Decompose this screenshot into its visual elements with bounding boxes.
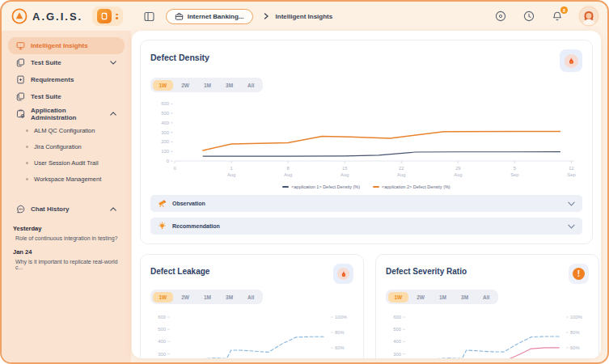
range-tab-2w[interactable]: 2W: [410, 292, 431, 303]
svg-text:200: 200: [161, 139, 169, 144]
range-tab-1m[interactable]: 1M: [433, 292, 453, 303]
svg-text:8: 8: [287, 166, 290, 171]
sidebar-subitem-label: Jira Configuration: [34, 143, 82, 150]
chart-line-series-1: [407, 336, 559, 358]
bullet-icon: [26, 129, 28, 132]
defect-density-card: Defect Density 1W2W1M3MAll 0100200300400…: [140, 40, 593, 244]
chat-date: Jan 24: [13, 248, 120, 256]
defect-leakage-chart: 10020030040050060020%40%60%80%100%: [150, 308, 353, 358]
sidebar-item-chat-history[interactable]: Chat History: [8, 201, 125, 218]
card-title: Defect Density: [150, 49, 209, 62]
range-tab-1m[interactable]: 1M: [197, 80, 218, 91]
range-tab-1w[interactable]: 1W: [153, 80, 174, 91]
chart-line-series-2: [407, 348, 559, 358]
workspace-switcher[interactable]: [92, 6, 123, 26]
chat-history-group: Yesterday Role of continuous integration…: [2, 225, 131, 270]
chart-legend: <application 1> Defect Density (%)<appli…: [150, 184, 582, 189]
bullet-icon: [26, 146, 28, 148]
flame-indicator-button[interactable]: [560, 49, 582, 72]
history-clock-icon[interactable]: [522, 10, 535, 23]
range-tab-1m[interactable]: 1M: [197, 292, 218, 303]
sidebar-item-test-suite[interactable]: Test Suite: [8, 54, 125, 71]
sidebar-item-requirements[interactable]: Requirements: [8, 71, 125, 88]
observation-accordion[interactable]: Observation: [150, 195, 582, 212]
chat-bubble-icon: [16, 205, 25, 214]
range-tab-3m[interactable]: 3M: [219, 80, 239, 91]
svg-text:0: 0: [167, 159, 169, 163]
range-tab-all[interactable]: All: [476, 292, 496, 303]
warning-indicator-button[interactable]: !: [569, 264, 589, 284]
time-range-tabs: 1W2W1M3MAll: [386, 290, 498, 304]
legend-item: <application 1> Defect Density (%): [282, 184, 360, 189]
sidebar-item-application-administration[interactable]: Application Administration: [8, 105, 125, 122]
range-tab-all[interactable]: All: [241, 292, 260, 303]
chevron-down-icon: [110, 61, 116, 65]
chat-question[interactable]: Role of continuous integration in testin…: [13, 235, 120, 241]
sidebar-subitem-workspace-management[interactable]: Workspace Management: [8, 171, 125, 187]
sidebar-subitem-alm-qc-configuration[interactable]: ALM QC Configuration: [8, 122, 125, 138]
range-tab-1w[interactable]: 1W: [388, 292, 409, 303]
sidebar-subitem-jira-configuration[interactable]: Jira Configuration: [8, 138, 125, 154]
feedback-icon[interactable]: [494, 10, 507, 23]
range-tab-all[interactable]: All: [241, 80, 260, 91]
time-range-tabs: 1W2W1M3MAll: [150, 78, 263, 92]
sidebar-subitem-user-session-audit-trail[interactable]: User Session Audit Trail: [8, 154, 125, 171]
svg-text:100%: 100%: [570, 315, 582, 320]
file-plus-icon: [16, 75, 25, 84]
svg-text:500: 500: [158, 327, 166, 332]
chevron-down-icon[interactable]: [568, 224, 575, 229]
breadcrumb-current: Intelligent Insights: [276, 13, 333, 20]
svg-text:300: 300: [161, 130, 169, 135]
svg-text:15: 15: [342, 166, 347, 171]
accordion-label: Observation: [172, 201, 562, 206]
notifications-bell-icon[interactable]: 8: [551, 10, 564, 23]
svg-text:80%: 80%: [335, 330, 345, 335]
chart-line-series-1: [171, 336, 324, 358]
main-content: Defect Density 1W2W1M3MAll 0100200300400…: [132, 31, 601, 358]
insights-icon: [16, 41, 25, 50]
time-range-tabs: 1W2W1M3MAll: [150, 290, 263, 304]
range-tab-3m[interactable]: 3M: [219, 292, 239, 303]
range-tab-3m[interactable]: 3M: [455, 292, 475, 303]
chat-question[interactable]: Why is it important to replicate real-wo…: [13, 259, 120, 270]
svg-text:Aug: Aug: [454, 172, 462, 177]
svg-text:1: 1: [230, 166, 232, 171]
range-tab-1w[interactable]: 1W: [153, 292, 174, 303]
sidebar-item-label: Test Suite: [31, 59, 104, 66]
lightbulb-icon: [158, 222, 167, 231]
svg-text:500: 500: [161, 111, 169, 116]
chevron-down-icon[interactable]: [568, 201, 575, 206]
svg-text:Aug: Aug: [284, 172, 292, 177]
sidebar-toggle-icon[interactable]: [144, 11, 154, 22]
svg-text:Aug: Aug: [340, 172, 349, 177]
svg-text:29: 29: [455, 166, 460, 171]
telescope-icon: [158, 199, 167, 208]
svg-text:600: 600: [161, 101, 169, 106]
more-options-icon[interactable]: [116, 14, 118, 19]
defect-density-chart: 010020030040050060001Aug8Aug15Aug22Aug29…: [150, 96, 587, 184]
range-tab-2w[interactable]: 2W: [175, 292, 196, 303]
project-selector[interactable]: Internet Banking...: [166, 9, 253, 24]
user-avatar[interactable]: [580, 7, 598, 25]
sidebar-item-intelligent-insights[interactable]: Intelligent Insights: [8, 37, 125, 54]
chevron-up-icon: [110, 112, 116, 116]
chart-line-<application 1> Defect Density (%): [203, 152, 560, 157]
recommendation-accordion[interactable]: Recommendation: [150, 218, 582, 235]
chart-line-<application 2> Defect Density (%): [203, 131, 560, 150]
flame-icon: [568, 57, 575, 66]
svg-text:Sep: Sep: [510, 172, 518, 177]
notification-count-badge: 8: [560, 6, 568, 14]
sidebar-item-label: Requirements: [31, 76, 116, 83]
svg-text:600: 600: [393, 315, 401, 320]
svg-text:600: 600: [158, 315, 166, 320]
logo-icon: [11, 8, 27, 24]
flame-indicator-button[interactable]: [333, 264, 353, 284]
sidebar-item-test-suite-2[interactable]: Test Suite: [8, 88, 125, 105]
app-window: A.G.I.S. Internet Banking... Intelligent…: [0, 0, 609, 364]
app-name: A.G.I.S.: [32, 11, 82, 23]
sidebar-subitem-label: Workspace Management: [34, 176, 101, 183]
sidebar: Intelligent Insights Test Suite Requirem…: [2, 31, 131, 362]
svg-text:12: 12: [569, 166, 573, 171]
svg-text:400: 400: [161, 121, 169, 125]
range-tab-2w[interactable]: 2W: [175, 80, 196, 91]
